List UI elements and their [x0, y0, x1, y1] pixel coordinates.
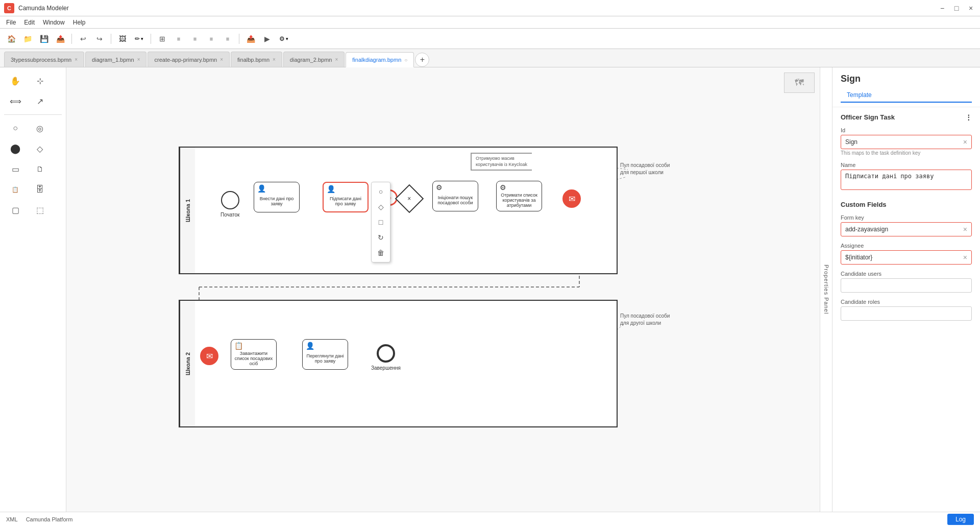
tab-finalbp[interactable]: finalbp.bpmn ×	[231, 52, 282, 67]
tab-diagram1[interactable]: diagram_1.bpmn ×	[85, 52, 146, 67]
insert-image-button[interactable]: 🖼	[115, 32, 130, 46]
candidate-roles-input[interactable]	[841, 306, 972, 321]
title-bar: C Camunda Modeler − □ ×	[0, 0, 980, 16]
connect-tool[interactable]: ↗	[29, 92, 51, 110]
ctx-append-task[interactable]: ○	[374, 184, 388, 199]
tool-separator-1	[4, 114, 62, 115]
subprocess-tool[interactable]: ▢	[4, 201, 27, 219]
task-3[interactable]: ⚙ Ініціонати пошук посадової особи	[432, 181, 478, 211]
tab-close-icon[interactable]: ○	[404, 57, 407, 63]
redo-button[interactable]: ↪	[92, 32, 107, 46]
name-input[interactable]: Підписати дані про заяву	[841, 170, 972, 190]
msg-start-shape: ✉	[200, 347, 218, 365]
log-button[interactable]: Log	[947, 514, 974, 525]
tab-close-icon[interactable]: ×	[273, 57, 276, 62]
start-event-tool[interactable]: ○	[4, 119, 27, 137]
candidate-roles-field-group: Candidate roles	[832, 296, 980, 324]
maximize-button[interactable]: □	[951, 3, 962, 13]
task-6[interactable]: 👤 Переглянути дані про заяву	[302, 339, 348, 370]
tab-finalkdiagram[interactable]: finalkdiagram.bpmn ○	[346, 52, 414, 67]
id-clear-button[interactable]: ×	[963, 138, 967, 146]
candidate-users-field-group: Candidate users	[832, 268, 980, 296]
id-value: Sign	[845, 138, 857, 146]
tab-label: diagram_1.bpmn	[92, 57, 134, 63]
properties-panel-toggle[interactable]: Properties Panel	[820, 67, 832, 512]
start-event-shape	[221, 191, 239, 209]
align-center-button[interactable]: ≡	[172, 32, 186, 46]
edit-dropdown[interactable]: ✏▾	[132, 34, 146, 43]
task-4[interactable]: ⚙ Отримати список користувачів за атрибу…	[496, 181, 542, 211]
task-2-label: Підписати дані про заяву	[326, 196, 365, 206]
annotation-tool[interactable]: 📋	[4, 180, 27, 199]
tab-createappprimary[interactable]: create-app-primary.bpmn ×	[148, 52, 230, 67]
export-button[interactable]: 📤	[53, 32, 67, 46]
id-input[interactable]: Sign ×	[841, 135, 972, 149]
properties-tab-template[interactable]: Template	[841, 88, 878, 103]
task-tool[interactable]: ▭	[4, 160, 27, 178]
section-menu-icon[interactable]: ⋮	[965, 113, 972, 121]
undo-button[interactable]: ↩	[76, 32, 90, 46]
status-xml[interactable]: XML	[6, 516, 18, 522]
task-2[interactable]: 👤 Підписати дані про заяву ○ ◇ □ ↻ 🗑	[323, 182, 369, 212]
end-event-1[interactable]: ✉	[562, 189, 581, 208]
mini-map[interactable]: 🗺	[784, 73, 815, 93]
distribute-v-button[interactable]: ≡	[220, 32, 235, 46]
distribute-h-button[interactable]: ≡	[204, 32, 218, 46]
section-title: Officer Sign Task ⋮	[832, 107, 980, 124]
tab-close-icon[interactable]: ×	[335, 57, 338, 62]
form-key-clear[interactable]: ×	[963, 225, 967, 233]
tab-3typessubprocess[interactable]: 3typessubprocess.bpmn ×	[4, 52, 84, 67]
ctx-append-end[interactable]: □	[374, 215, 388, 229]
canvas-area[interactable]: 🗺	[66, 67, 820, 512]
save-button[interactable]: 💾	[37, 32, 51, 46]
open-file-button[interactable]: 📁	[20, 32, 35, 46]
task-3-shape: ⚙ Ініціонати пошук посадової особи	[432, 181, 478, 211]
end-label-2: Завершення	[371, 365, 401, 371]
candidate-users-input[interactable]	[841, 278, 972, 293]
end-event-2[interactable]: Завершення	[371, 344, 401, 371]
msg-start-event[interactable]: ✉	[200, 347, 218, 365]
menu-window[interactable]: Window	[39, 18, 69, 27]
marquee-tool[interactable]: ⊹	[29, 71, 51, 90]
form-key-input[interactable]: add-zayavasign ×	[841, 222, 972, 236]
assignee-input[interactable]: ${initiator} ×	[841, 250, 972, 265]
tab-close-icon[interactable]: ×	[137, 57, 140, 62]
menu-file[interactable]: File	[2, 18, 20, 27]
task-5[interactable]: 📋 Завантажити список посадових осіб	[231, 339, 277, 370]
assignee-label: Assignee	[841, 243, 972, 249]
menu-help[interactable]: Help	[69, 18, 90, 27]
assignee-clear[interactable]: ×	[963, 253, 967, 261]
deploy-button[interactable]: 📤	[243, 32, 258, 46]
ctx-delete[interactable]: 🗑	[374, 246, 388, 260]
id-hint: This maps to the task definition key	[841, 150, 972, 156]
data-object-tool[interactable]: 🗋	[29, 160, 51, 178]
menu-edit[interactable]: Edit	[20, 18, 39, 27]
add-tab-button[interactable]: +	[415, 53, 429, 67]
ctx-morph[interactable]: ↻	[374, 230, 388, 245]
gateway-tool[interactable]: ◇	[29, 139, 51, 158]
task-1[interactable]: 👤 Внести дані про заяву	[254, 182, 300, 212]
minimize-button[interactable]: −	[937, 3, 947, 13]
start-event-1[interactable]: Початок	[220, 191, 240, 218]
tab-close-icon[interactable]: ×	[75, 57, 78, 62]
tab-close-icon[interactable]: ×	[220, 57, 223, 62]
new-file-button[interactable]: 🏠	[4, 32, 18, 46]
data-store-tool[interactable]: 🗄	[29, 180, 51, 199]
tab-diagram2[interactable]: diagram_2.bpmn ×	[283, 52, 345, 67]
align-right-button[interactable]: ≡	[188, 32, 202, 46]
task-1-icon: 👤	[257, 184, 266, 193]
name-label: Name	[841, 162, 972, 168]
end-event-tool[interactable]: ⬤	[4, 139, 27, 158]
close-button[interactable]: ×	[966, 3, 976, 13]
intermediate-event-tool[interactable]: ◎	[29, 119, 51, 137]
more-dropdown[interactable]: ⚙▾	[276, 34, 291, 43]
hand-tool[interactable]: ✋	[4, 71, 27, 90]
gateway-1[interactable]: ×	[399, 188, 420, 209]
move-tool[interactable]: ⟺	[4, 92, 27, 110]
task-4-shape: ⚙ Отримати список користувачів за атрибу…	[496, 181, 542, 211]
ctx-append-gw[interactable]: ◇	[374, 200, 388, 214]
lasso-tool[interactable]: ⬚	[29, 201, 51, 219]
align-left-button[interactable]: ⊞	[155, 32, 169, 46]
task-3-icon: ⚙	[436, 183, 443, 192]
run-button[interactable]: ▶	[260, 32, 274, 46]
